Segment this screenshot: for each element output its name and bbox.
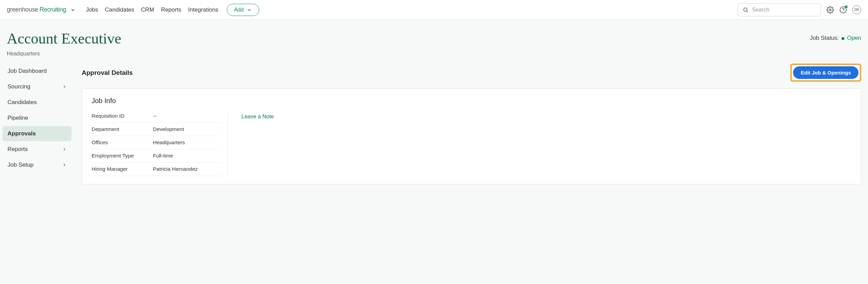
- info-label: Offices: [92, 139, 153, 146]
- info-row-employment-type: Employment Type Full-time: [92, 149, 221, 163]
- card-title: Job Info: [92, 97, 851, 105]
- sidebar: Job Dashboard Sourcing Candidates Pipeli…: [0, 64, 72, 184]
- info-label: Requisition ID: [92, 113, 153, 119]
- notification-dot: [845, 5, 848, 8]
- avatar[interactable]: DK: [852, 5, 861, 14]
- status-label: Job Status:: [810, 35, 839, 41]
- sidebar-item-label: Job Setup: [7, 162, 34, 168]
- nav-links: Jobs Candidates CRM Reports Integrations: [86, 6, 218, 13]
- leave-note-link[interactable]: Leave a Note: [241, 113, 274, 176]
- sidebar-item-sourcing[interactable]: Sourcing: [3, 79, 72, 94]
- sidebar-item-job-dashboard[interactable]: Job Dashboard: [3, 64, 72, 79]
- info-label: Employment Type: [92, 153, 153, 159]
- nav-crm[interactable]: CRM: [141, 6, 154, 13]
- sidebar-item-label: Pipeline: [7, 115, 28, 121]
- edit-button-highlight: Edit Job & Openings: [790, 64, 861, 82]
- settings-button[interactable]: [826, 6, 834, 14]
- info-row-requisition-id: Requisition ID --: [92, 113, 221, 123]
- page-subtitle: Headquarters: [7, 51, 121, 57]
- page-title: Account Executive: [7, 30, 121, 47]
- status-dot-icon: ●: [841, 35, 845, 41]
- info-value: Full-time: [153, 153, 173, 159]
- nav-candidates[interactable]: Candidates: [105, 6, 134, 13]
- nav-reports[interactable]: Reports: [161, 6, 182, 13]
- topbar-right: DK: [738, 3, 861, 16]
- content: Job Dashboard Sourcing Candidates Pipeli…: [0, 64, 868, 191]
- sidebar-item-pipeline[interactable]: Pipeline: [3, 111, 72, 126]
- info-row-offices: Offices Headquarters: [92, 136, 221, 149]
- sidebar-item-label: Approvals: [7, 130, 36, 137]
- card-body: Requisition ID -- Department Development…: [92, 113, 851, 176]
- section-title: Approval Details: [82, 69, 133, 77]
- sidebar-item-label: Reports: [7, 146, 28, 153]
- gear-icon: [826, 6, 834, 14]
- info-value: Development: [153, 126, 184, 132]
- add-button-label: Add: [234, 7, 243, 13]
- job-info-card: Job Info Requisition ID -- Department De…: [82, 88, 861, 184]
- logo-text-1: greenhouse: [7, 6, 38, 13]
- sidebar-item-candidates[interactable]: Candidates: [3, 95, 72, 110]
- avatar-initials: DK: [854, 8, 859, 12]
- logo[interactable]: greenhouse Recruiting: [7, 6, 76, 13]
- sidebar-item-approvals[interactable]: Approvals: [3, 126, 72, 141]
- chevron-down-icon[interactable]: [70, 7, 76, 13]
- sidebar-item-label: Candidates: [7, 99, 37, 106]
- chevron-right-icon: [62, 163, 67, 167]
- svg-line-1: [747, 11, 748, 12]
- search-icon: [743, 6, 748, 13]
- chevron-right-icon: [62, 84, 67, 89]
- search-box[interactable]: [738, 3, 821, 16]
- topbar: greenhouse Recruiting Jobs Candidates CR…: [0, 0, 868, 20]
- info-label: Hiring Manager: [92, 166, 153, 172]
- sidebar-item-label: Sourcing: [7, 83, 30, 90]
- edit-job-openings-button[interactable]: Edit Job & Openings: [793, 66, 858, 79]
- chevron-right-icon: [62, 147, 67, 152]
- help-button[interactable]: [839, 6, 847, 14]
- add-button[interactable]: Add: [227, 4, 259, 16]
- info-value: Patricia Hernandez: [153, 166, 198, 172]
- info-table: Requisition ID -- Department Development…: [92, 113, 228, 176]
- section-header: Approval Details Edit Job & Openings: [82, 64, 861, 82]
- svg-point-0: [744, 8, 747, 11]
- info-row-hiring-manager: Hiring Manager Patricia Hernandez: [92, 163, 221, 176]
- sidebar-item-job-setup[interactable]: Job Setup: [3, 157, 72, 172]
- status-value: Open: [847, 35, 861, 41]
- svg-point-2: [829, 9, 831, 11]
- info-row-department: Department Development: [92, 123, 221, 136]
- logo-text-2: Recruiting: [40, 6, 66, 13]
- nav-jobs[interactable]: Jobs: [86, 6, 98, 13]
- chevron-down-icon: [247, 7, 252, 13]
- info-value: --: [153, 113, 156, 119]
- nav-integrations[interactable]: Integrations: [188, 6, 218, 13]
- page-header: Account Executive Headquarters Job Statu…: [0, 20, 868, 64]
- sidebar-item-reports[interactable]: Reports: [3, 142, 72, 157]
- info-value: Headquarters: [153, 139, 185, 146]
- main: Approval Details Edit Job & Openings Job…: [72, 64, 861, 184]
- sidebar-item-label: Job Dashboard: [7, 68, 47, 74]
- search-input[interactable]: [752, 7, 816, 13]
- info-label: Department: [92, 126, 153, 132]
- job-status: Job Status: ● Open: [810, 35, 861, 41]
